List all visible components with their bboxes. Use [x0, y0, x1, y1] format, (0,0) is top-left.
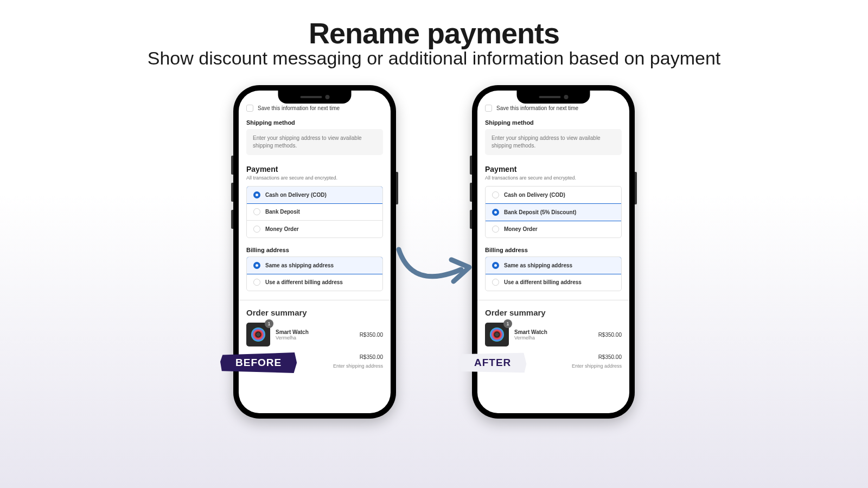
product-name: Smart Watch [514, 329, 593, 335]
radio-icon [253, 262, 260, 269]
qty-badge: 1 [265, 319, 273, 328]
save-info-label: Save this information for next time [258, 105, 340, 111]
option-label: Cash on Delivery (COD) [504, 192, 565, 198]
checkbox-icon[interactable] [485, 105, 492, 112]
option-label: Cash on Delivery (COD) [265, 192, 327, 198]
before-tag: BEFORE [220, 352, 297, 373]
subtotal-value: R$350.00 [360, 354, 383, 360]
payment-heading: Payment [246, 165, 383, 174]
save-info-row[interactable]: Save this information for next time [485, 105, 622, 112]
payment-option-money[interactable]: Money Order [486, 221, 621, 237]
radio-icon [492, 209, 499, 216]
phone-notch [278, 91, 352, 104]
phone-notch [517, 91, 590, 104]
product-info: Smart Watch Vermelha [276, 329, 354, 341]
product-image: 1 [485, 323, 509, 346]
radio-icon [253, 208, 260, 215]
save-info-row[interactable]: Save this information for next time [246, 105, 383, 112]
billing-options: Same as shipping address Use a different… [246, 256, 383, 291]
option-label: Money Order [265, 226, 299, 232]
billing-diff[interactable]: Use a different billing address [486, 274, 621, 291]
save-info-label: Save this information for next time [496, 105, 578, 111]
product-price: R$350.00 [360, 332, 383, 338]
payment-option-cod[interactable]: Cash on Delivery (COD) [486, 187, 621, 204]
payment-sub: All transactions are secure and encrypte… [485, 175, 622, 181]
after-tag: AFTER [459, 352, 526, 373]
product-variant: Vermelha [514, 335, 593, 341]
summary-heading: Order summary [246, 308, 383, 317]
page-header: Rename payments Show discount messaging … [0, 0, 868, 69]
option-label: Use a different billing address [265, 279, 343, 285]
phone-after: Save this information for next time Ship… [472, 85, 635, 419]
payment-heading: Payment [485, 165, 622, 174]
option-label: Use a different billing address [504, 279, 582, 285]
payment-options: Cash on Delivery (COD) Bank Deposit (5% … [485, 186, 622, 238]
option-label: Same as shipping address [265, 262, 334, 268]
shipping-note: Enter shipping address [572, 363, 622, 369]
radio-icon [253, 279, 260, 286]
payment-option-bank[interactable]: Bank Deposit [247, 203, 382, 221]
billing-heading: Billing address [246, 247, 383, 253]
shipping-note: Enter your shipping address to view avai… [485, 129, 622, 155]
phone-before: Save this information for next time Ship… [233, 85, 396, 419]
option-label: Bank Deposit [265, 209, 300, 215]
shipping-heading: Shipping method [485, 119, 622, 126]
checkbox-icon[interactable] [246, 105, 253, 112]
radio-icon [253, 226, 260, 233]
payment-options: Cash on Delivery (COD) Bank Deposit Mone… [246, 186, 383, 238]
shipping-note: Enter your shipping address to view avai… [246, 129, 383, 155]
product-price: R$350.00 [598, 332, 622, 338]
radio-icon [253, 191, 260, 198]
radio-icon [492, 226, 499, 233]
radio-icon [492, 191, 499, 198]
radio-icon [492, 279, 499, 286]
product-name: Smart Watch [276, 329, 354, 335]
billing-diff[interactable]: Use a different billing address [247, 274, 382, 291]
page-subtitle: Show discount messaging or additional in… [0, 48, 868, 69]
option-label: Same as shipping address [504, 262, 572, 268]
product-info: Smart Watch Vermelha [514, 329, 593, 341]
payment-sub: All transactions are secure and encrypte… [246, 175, 383, 181]
shipping-heading: Shipping method [246, 119, 383, 126]
divider [239, 300, 391, 300]
page-title: Rename payments [0, 16, 868, 50]
payment-option-bank[interactable]: Bank Deposit (5% Discount) [485, 203, 622, 221]
divider [477, 300, 629, 300]
product-row: 1 Smart Watch Vermelha R$350.00 [246, 323, 383, 346]
billing-options: Same as shipping address Use a different… [485, 256, 622, 291]
product-variant: Vermelha [276, 335, 354, 341]
qty-badge: 1 [503, 319, 512, 328]
radio-icon [492, 262, 499, 269]
option-label: Money Order [504, 226, 538, 232]
comparison-stage: Save this information for next time Ship… [0, 85, 868, 419]
billing-same[interactable]: Same as shipping address [485, 256, 622, 274]
payment-option-cod[interactable]: Cash on Delivery (COD) [246, 186, 383, 204]
summary-heading: Order summary [485, 308, 622, 317]
option-label: Bank Deposit (5% Discount) [504, 209, 576, 215]
arrow-icon [391, 236, 477, 301]
billing-same[interactable]: Same as shipping address [246, 256, 383, 274]
payment-option-money[interactable]: Money Order [247, 221, 382, 237]
product-image: 1 [246, 323, 270, 346]
subtotal-value: R$350.00 [598, 354, 622, 360]
billing-heading: Billing address [485, 247, 622, 253]
shipping-note: Enter shipping address [333, 363, 383, 369]
product-row: 1 Smart Watch Vermelha R$350.00 [485, 323, 622, 346]
